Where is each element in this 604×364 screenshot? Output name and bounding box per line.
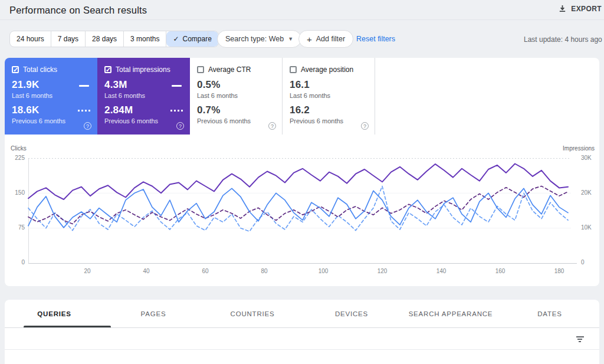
- table-toolbar-row: [5, 328, 599, 350]
- chip-compare[interactable]: ✓Compare: [166, 31, 218, 47]
- right-tick: 10K: [581, 224, 592, 231]
- primary-period: Last 6 months: [197, 92, 275, 99]
- chip-label: 28 days: [92, 31, 117, 47]
- x-tick: 120: [375, 268, 389, 274]
- active-tab-indicator: [24, 326, 111, 327]
- help-icon[interactable]: [84, 122, 91, 130]
- search-type-label: Search type: Web: [225, 35, 284, 43]
- checkbox-average-position[interactable]: [290, 66, 297, 73]
- search-type-dropdown[interactable]: Search type: Web ▼: [217, 30, 301, 48]
- plus-icon: +: [307, 34, 312, 44]
- help-icon[interactable]: [176, 122, 184, 130]
- left-tick: 75: [7, 224, 25, 231]
- x-tick: 20: [80, 268, 94, 274]
- secondary-period: Previous 6 months: [290, 117, 367, 124]
- secondary-period: Previous 6 months: [12, 117, 90, 124]
- chip-3-months[interactable]: ✓3 months: [124, 31, 166, 47]
- checkbox-total-impressions[interactable]: [104, 66, 111, 73]
- add-filter-label: Add filter: [316, 35, 345, 43]
- table-filter-icon[interactable]: [576, 336, 584, 343]
- tab-devices[interactable]: DEVICES: [302, 300, 401, 327]
- chip-label: 3 months: [130, 31, 159, 47]
- x-tick: 100: [316, 268, 330, 274]
- primary-period: Last 6 months: [12, 92, 90, 99]
- solid-line-legend-icon: [172, 85, 182, 87]
- dimensions-table-panel: QUERIES PAGES COUNTRIES DEVICES SEARCH A…: [5, 300, 599, 364]
- export-label: EXPORT: [571, 5, 602, 13]
- chip-7-days[interactable]: ✓7 days: [51, 31, 86, 47]
- card-label: Average CTR: [208, 65, 251, 74]
- x-tick: 180: [552, 268, 566, 274]
- secondary-period: Previous 6 months: [197, 117, 275, 124]
- left-axis-title: Clicks: [11, 145, 27, 152]
- total-clicks-card[interactable]: Total clicks 21.9K Last 6 months 18.6K P…: [5, 58, 97, 135]
- primary-value: 0.5%: [197, 79, 275, 91]
- dashed-line-legend-icon: [170, 110, 183, 112]
- reset-filters-link[interactable]: Reset filters: [356, 35, 395, 43]
- card-label: Total clicks: [23, 65, 57, 74]
- checkbox-average-ctr[interactable]: [197, 66, 204, 73]
- tab-countries[interactable]: COUNTRIES: [203, 300, 302, 327]
- total-impressions-card[interactable]: Total impressions 4.3M Last 6 months 2.8…: [97, 58, 190, 135]
- secondary-value: 16.2: [290, 104, 367, 116]
- x-tick: 160: [493, 268, 507, 274]
- line-chart[interactable]: [28, 158, 571, 263]
- left-tick: 0: [7, 259, 25, 265]
- x-tick: 40: [139, 268, 153, 274]
- chip-label: 24 hours: [17, 31, 44, 47]
- date-range-chip-group: ✓24 hours ✓7 days ✓28 days ✓3 months ✓Co…: [9, 31, 219, 47]
- search-console-performance-page: Performance on Search results EXPORT ✓24…: [0, 0, 604, 364]
- checkbox-total-clicks[interactable]: [12, 66, 19, 73]
- tab-dates[interactable]: DATES: [500, 300, 599, 327]
- series-0: [28, 188, 568, 228]
- filter-bar-divider: [208, 32, 208, 46]
- export-button[interactable]: EXPORT: [558, 4, 602, 13]
- right-tick: 30K: [581, 155, 592, 161]
- series-3: [28, 186, 568, 224]
- x-tick: 80: [257, 268, 271, 274]
- help-icon[interactable]: [361, 122, 369, 130]
- right-tick: 20K: [581, 189, 592, 196]
- primary-period: Last 6 months: [290, 92, 367, 99]
- average-position-card[interactable]: Average position 16.1 Last 6 months 16.2…: [283, 58, 375, 135]
- secondary-value: 0.7%: [197, 104, 275, 116]
- last-update-text: Last update: 4 hours ago: [524, 35, 602, 44]
- x-tick: 140: [434, 268, 448, 274]
- tab-queries[interactable]: QUERIES: [5, 300, 104, 327]
- page-title: Performance on Search results: [9, 5, 147, 16]
- average-ctr-card[interactable]: Average CTR 0.5% Last 6 months 0.7% Prev…: [190, 58, 283, 135]
- dashed-line-legend-icon: [78, 110, 90, 112]
- chip-24-hours[interactable]: ✓24 hours: [10, 31, 51, 47]
- chip-28-days[interactable]: ✓28 days: [86, 31, 124, 47]
- tab-pages[interactable]: PAGES: [104, 300, 203, 327]
- chip-label: 7 days: [58, 31, 78, 47]
- left-tick: 225: [7, 155, 25, 161]
- chevron-down-icon: ▼: [288, 36, 293, 42]
- performance-chart-panel: Total clicks 21.9K Last 6 months 18.6K P…: [5, 58, 599, 286]
- download-icon: [558, 4, 567, 13]
- metric-cards-row: Total clicks 21.9K Last 6 months 18.6K P…: [5, 58, 599, 135]
- help-icon[interactable]: [268, 122, 276, 130]
- primary-value: 16.1: [290, 79, 367, 91]
- secondary-period: Previous 6 months: [104, 117, 183, 124]
- dimension-tabs: QUERIES PAGES COUNTRIES DEVICES SEARCH A…: [5, 300, 599, 328]
- card-label: Average position: [301, 65, 353, 74]
- right-tick: 0: [581, 259, 585, 265]
- check-icon: ✓: [173, 31, 179, 47]
- left-tick: 150: [7, 189, 25, 196]
- primary-period: Last 6 months: [104, 92, 183, 99]
- tab-search-appearance[interactable]: SEARCH APPEARANCE: [401, 300, 500, 327]
- add-filter-button[interactable]: + Add filter: [298, 30, 353, 48]
- right-axis-title: Impressions: [563, 145, 595, 152]
- card-label: Total impressions: [116, 65, 170, 74]
- x-tick: 60: [198, 268, 212, 274]
- x-axis-line: [28, 263, 577, 264]
- solid-line-legend-icon: [79, 85, 89, 87]
- page-header: Performance on Search results EXPORT: [0, 0, 604, 20]
